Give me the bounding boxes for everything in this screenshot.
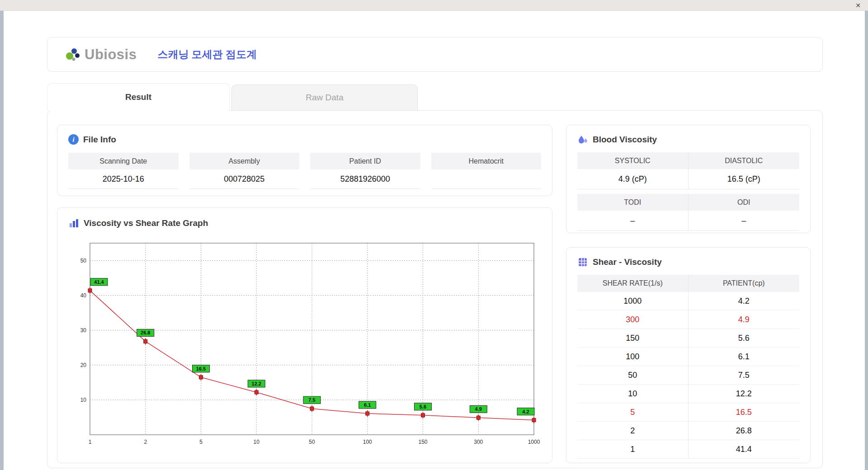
shear-table-row: 1006.1 bbox=[577, 348, 799, 366]
window-titlebar: ✕ bbox=[0, 0, 868, 11]
shear-rate-cell: 5 bbox=[577, 403, 689, 422]
shear-viscosity-title: Shear - Viscosity bbox=[593, 257, 662, 267]
shear-rate-cell: 150 bbox=[577, 329, 689, 348]
patient-viscosity-cell: 4.9 bbox=[689, 310, 800, 329]
shear-table-row: 516.5 bbox=[577, 403, 799, 422]
file-info-card: i File Info Scanning Date 2025-10-16 Ass… bbox=[57, 125, 552, 196]
patient-column-header: PATIENT(cp) bbox=[689, 275, 800, 292]
chart-area: 10203040501251050100150300100041.426.816… bbox=[68, 235, 541, 453]
tab-result-label: Result bbox=[125, 92, 151, 102]
svg-text:5: 5 bbox=[199, 439, 203, 445]
patient-viscosity-cell: 12.2 bbox=[689, 385, 800, 403]
patient-viscosity-cell: 5.6 bbox=[689, 329, 800, 348]
svg-text:4.9: 4.9 bbox=[475, 406, 482, 412]
field-label: Scanning Date bbox=[68, 153, 179, 169]
logo-text: Ubiosis bbox=[85, 47, 137, 63]
svg-text:30: 30 bbox=[80, 327, 87, 334]
logo: Ubiosis bbox=[65, 47, 137, 63]
field-label: Patient ID bbox=[310, 153, 420, 169]
viscosity-graph-card: Viscosity vs Shear Rate Graph 1020304050… bbox=[57, 207, 552, 463]
shear-table-row: 226.8 bbox=[577, 422, 799, 440]
shear-viscosity-table: SHEAR RATE(1/s) PATIENT(cp) 10004.23004.… bbox=[577, 275, 799, 459]
patient-viscosity-cell: 6.1 bbox=[689, 348, 800, 366]
svg-text:20: 20 bbox=[80, 362, 87, 368]
todi-value: – bbox=[577, 211, 689, 231]
shear-rate-cell: 2 bbox=[577, 422, 689, 440]
graph-title: Viscosity vs Shear Rate Graph bbox=[84, 218, 208, 228]
svg-text:40: 40 bbox=[80, 292, 87, 299]
shear-table-row: 1505.6 bbox=[577, 329, 799, 348]
viscosity-shear-chart: 10203040501251050100150300100041.426.816… bbox=[68, 235, 541, 451]
bar-chart-icon bbox=[68, 218, 79, 229]
svg-text:4.2: 4.2 bbox=[522, 409, 529, 414]
svg-text:2: 2 bbox=[144, 439, 147, 445]
file-info-title-row: i File Info bbox=[68, 134, 541, 145]
patient-viscosity-cell: 7.5 bbox=[689, 366, 800, 385]
svg-text:12.2: 12.2 bbox=[252, 381, 261, 386]
blood-viscosity-title-row: Blood Viscosity bbox=[577, 134, 799, 145]
tab-raw-data[interactable]: Raw Data bbox=[231, 85, 418, 111]
field-scanning-date: Scanning Date 2025-10-16 bbox=[68, 153, 179, 189]
svg-text:50: 50 bbox=[80, 258, 87, 264]
shear-table-row: 10004.2 bbox=[577, 292, 799, 310]
page-title: 스캐닝 모세관 점도계 bbox=[157, 47, 257, 61]
field-value bbox=[431, 169, 542, 189]
ubiosis-logo-icon bbox=[65, 47, 81, 63]
patient-viscosity-cell: 4.2 bbox=[689, 292, 800, 310]
table-grid-icon bbox=[577, 257, 588, 268]
patient-viscosity-cell: 41.4 bbox=[689, 440, 800, 459]
patient-viscosity-cell: 16.5 bbox=[689, 403, 800, 422]
shear-table-header: SHEAR RATE(1/s) PATIENT(cp) bbox=[577, 275, 799, 292]
svg-text:26.8: 26.8 bbox=[141, 330, 150, 335]
window-close-button[interactable]: ✕ bbox=[855, 2, 861, 9]
field-assembly: Assembly 000728025 bbox=[189, 153, 300, 189]
svg-text:150: 150 bbox=[418, 439, 427, 445]
svg-text:1000: 1000 bbox=[528, 439, 540, 445]
shear-rate-cell: 10 bbox=[577, 385, 689, 403]
svg-text:300: 300 bbox=[474, 439, 483, 445]
svg-text:100: 100 bbox=[363, 439, 372, 445]
blood-viscosity-card: Blood Viscosity SYSTOLIC DIASTOLIC 4.9 (… bbox=[566, 125, 811, 233]
svg-text:16.5: 16.5 bbox=[196, 366, 206, 371]
svg-text:6.1: 6.1 bbox=[364, 402, 371, 408]
shear-table-row: 507.5 bbox=[577, 366, 799, 385]
shear-table-row: 3004.9 bbox=[577, 310, 799, 329]
field-value: 52881926000 bbox=[310, 169, 420, 189]
field-value: 2025-10-16 bbox=[68, 169, 179, 189]
shear-rate-cell: 1 bbox=[577, 440, 689, 459]
app-window: Ubiosis 스캐닝 모세관 점도계 Result Raw Data i Fi… bbox=[4, 11, 865, 470]
shear-rate-cell: 50 bbox=[577, 366, 689, 385]
info-icon: i bbox=[68, 134, 79, 145]
shear-table-row: 1012.2 bbox=[577, 385, 799, 403]
shear-rate-cell: 300 bbox=[577, 310, 689, 329]
field-patient-id: Patient ID 52881926000 bbox=[310, 153, 420, 189]
desktop: { "window": { "close_label": "✕" }, "hea… bbox=[0, 0, 868, 470]
svg-text:10: 10 bbox=[254, 439, 260, 445]
svg-text:7.5: 7.5 bbox=[308, 397, 315, 403]
tab-result[interactable]: Result bbox=[47, 83, 230, 111]
shear-rate-column-header: SHEAR RATE(1/s) bbox=[577, 275, 689, 292]
svg-text:50: 50 bbox=[309, 439, 315, 445]
svg-text:5.6: 5.6 bbox=[420, 404, 426, 409]
blood-droplet-icon bbox=[577, 134, 588, 145]
tab-raw-data-label: Raw Data bbox=[306, 93, 343, 103]
blood-viscosity-table: SYSTOLIC DIASTOLIC 4.9 (cP) 16.5 (cP) TO… bbox=[577, 152, 799, 231]
shear-table-body: 10004.23004.91505.61006.1507.51012.2516.… bbox=[577, 292, 799, 459]
spacer bbox=[577, 189, 799, 194]
todi-label: TODI bbox=[577, 194, 689, 211]
odi-label: ODI bbox=[689, 194, 800, 211]
shear-viscosity-title-row: Shear - Viscosity bbox=[577, 257, 799, 268]
file-info-fields: Scanning Date 2025-10-16 Assembly 000728… bbox=[68, 153, 541, 189]
svg-text:41.4: 41.4 bbox=[94, 279, 104, 285]
file-info-title: File Info bbox=[83, 135, 116, 145]
app-header: Ubiosis 스캐닝 모세관 점도계 bbox=[47, 37, 823, 72]
svg-text:1: 1 bbox=[89, 439, 92, 445]
field-hematocrit: Hematocrit bbox=[431, 153, 542, 189]
systolic-label: SYSTOLIC bbox=[577, 152, 689, 169]
field-label: Hematocrit bbox=[431, 153, 542, 169]
field-label: Assembly bbox=[189, 153, 300, 169]
diastolic-value: 16.5 (cP) bbox=[689, 169, 800, 189]
shear-rate-cell: 100 bbox=[577, 348, 689, 366]
diastolic-label: DIASTOLIC bbox=[689, 152, 800, 169]
systolic-value: 4.9 (cP) bbox=[577, 169, 689, 189]
